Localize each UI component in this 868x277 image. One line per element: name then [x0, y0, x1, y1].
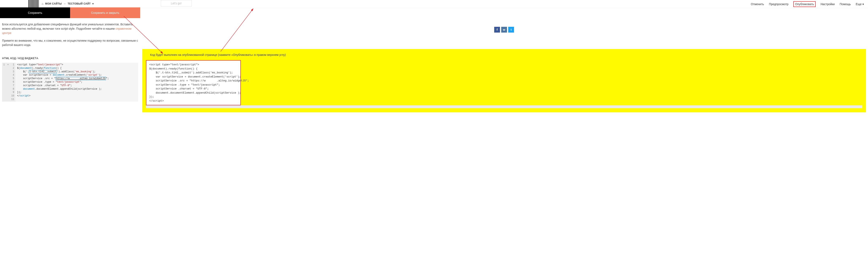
- menu-publish[interactable]: Опубликовать: [794, 1, 816, 7]
- action-buttons: Сохранить Сохранить и закрыть: [0, 7, 140, 18]
- menu-help[interactable]: Помощь: [840, 2, 851, 6]
- info-gutter-icon: i: [2, 63, 6, 102]
- menu-preview[interactable]: Предпросмотр: [769, 2, 788, 6]
- breadcrumb-my-sites[interactable]: МОИ САЙТЫ: [45, 2, 62, 5]
- save-button[interactable]: Сохранить: [0, 7, 70, 18]
- code-text[interactable]: <script type="text/javascript"> $(docume…: [16, 63, 138, 102]
- save-close-button[interactable]: Сохранить и закрыть: [70, 7, 140, 18]
- vk-icon[interactable]: w: [501, 27, 507, 33]
- code-editor[interactable]: i ▾ 1 2 3 4 5 6 7 8 9 10 11 <script type…: [2, 63, 138, 102]
- breadcrumb-site[interactable]: ТЕСТОВЫЙ САЙТ: [68, 2, 91, 5]
- info-p1: Блок используется для добавления специфи…: [2, 23, 132, 30]
- social-icons: f w t: [140, 27, 868, 33]
- home-icon[interactable]: ⌂: [42, 2, 43, 5]
- chevron-down-icon: ▾: [862, 2, 864, 6]
- info-text: Блок используется для добавления специфи…: [0, 18, 140, 53]
- fold-icon[interactable]: ▾: [6, 63, 10, 102]
- menu-cancel[interactable]: Отменить: [751, 2, 764, 6]
- menu-more[interactable]: Еще ▾: [856, 2, 864, 6]
- logo-icon: [28, 0, 39, 7]
- left-top-nav: ⌂ МОИ САЙТЫ → ТЕСТОВЫЙ САЙТ ▾: [0, 0, 140, 7]
- yellow-notice: Код будет выполнен на опубликованной стр…: [142, 49, 866, 112]
- arrow-icon: →: [63, 2, 66, 5]
- facebook-icon[interactable]: f: [494, 27, 500, 33]
- line-gutter: 1 2 3 4 5 6 7 8 9 10 11: [10, 63, 15, 102]
- lets-go-button[interactable]: Let's go!: [161, 0, 192, 7]
- chevron-down-icon[interactable]: ▾: [92, 2, 94, 5]
- yellow-caption: Код будет выполнен на опубликованной стр…: [146, 53, 862, 57]
- twitter-icon[interactable]: t: [508, 27, 514, 33]
- info-p2: Примите во внимание, что мы, к сожалению…: [2, 38, 138, 47]
- section-title: HTML КОД / КОД ВИДЖЕТА: [0, 53, 140, 62]
- top-menu: Отменить Предпросмотр Опубликовать Настр…: [140, 0, 868, 8]
- grey-strip: [146, 105, 862, 108]
- menu-settings[interactable]: Настройки: [820, 2, 835, 6]
- breadcrumb: ⌂ МОИ САЙТЫ → ТЕСТОВЫЙ САЙТ ▾: [41, 2, 94, 5]
- code-preview: <script type="text/javascript"> $(docume…: [146, 60, 241, 105]
